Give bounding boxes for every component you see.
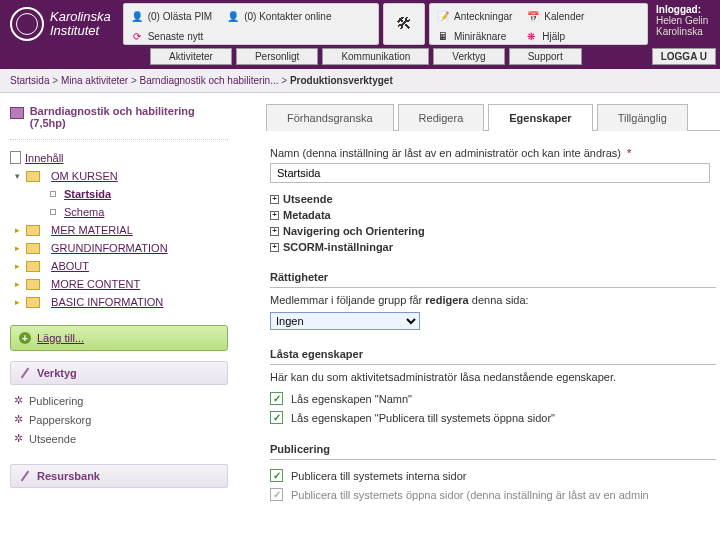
content-area: Förhandsgranska Redigera Egenskaper Till… bbox=[236, 93, 720, 520]
app-header: KarolinskaInstitutet 👤(0) Olästa PIM 👤(0… bbox=[0, 0, 720, 48]
bc-start[interactable]: Startsida bbox=[10, 75, 49, 86]
papperskorg-link[interactable]: ✲Papperskorg bbox=[14, 410, 228, 429]
tree-about[interactable]: ▸ ABOUT bbox=[12, 257, 228, 275]
collapse-icon[interactable]: ▾ bbox=[12, 171, 22, 181]
folder-icon bbox=[26, 261, 40, 272]
nav-support[interactable]: Support bbox=[509, 48, 582, 65]
nav-verktyg[interactable]: Verktyg bbox=[433, 48, 504, 65]
tab-availability[interactable]: Tillgänglig bbox=[597, 104, 688, 131]
plus-box-icon: + bbox=[270, 243, 279, 252]
contacts-link[interactable]: (0) Kontakter online bbox=[244, 11, 331, 22]
course-title: Barndiagnostik och habilitering (7,5hp) bbox=[10, 101, 228, 140]
tree-schema[interactable]: Schema bbox=[46, 203, 228, 221]
header-panel-tools: 📝Anteckningar 📅Kalender 🖩Miniräknare ❋Hj… bbox=[429, 3, 648, 45]
plus-box-icon: + bbox=[270, 227, 279, 236]
user-icon: 👤 bbox=[226, 9, 240, 23]
help-link[interactable]: Hjälp bbox=[542, 31, 565, 42]
checkbox-checked-icon: ✓ bbox=[270, 469, 283, 482]
publicering-link[interactable]: ✲Publicering bbox=[14, 391, 228, 410]
calendar-icon: 📅 bbox=[526, 9, 540, 23]
calc-link[interactable]: Miniräknare bbox=[454, 31, 506, 42]
tab-preview[interactable]: Förhandsgranska bbox=[266, 104, 394, 131]
rights-heading: Rättigheter bbox=[270, 269, 716, 288]
calendar-link[interactable]: Kalender bbox=[544, 11, 584, 22]
expander-utseende[interactable]: +Utseende bbox=[270, 191, 716, 207]
file-icon bbox=[50, 191, 56, 197]
plus-icon: + bbox=[19, 332, 31, 344]
name-label: Namn (denna inställning är låst av en ad… bbox=[270, 147, 716, 159]
plus-box-icon: + bbox=[270, 195, 279, 204]
book-icon bbox=[10, 107, 24, 119]
notes-link[interactable]: Anteckningar bbox=[454, 11, 512, 22]
nav-aktiviteter[interactable]: Aktiviteter bbox=[150, 48, 232, 65]
utseende-link[interactable]: ✲Utseende bbox=[14, 429, 228, 448]
locked-heading: Låsta egenskaper bbox=[270, 346, 716, 365]
tree-more[interactable]: ▸ MORE CONTENT bbox=[12, 275, 228, 293]
tree-innehall[interactable]: Innehåll bbox=[10, 148, 228, 167]
news-link[interactable]: ⟳Senaste nytt bbox=[130, 27, 372, 45]
add-label: Lägg till... bbox=[37, 332, 84, 344]
add-button[interactable]: + Lägg till... bbox=[10, 325, 228, 351]
publish-heading: Publicering bbox=[270, 441, 716, 460]
tools-button[interactable]: 🛠 bbox=[383, 3, 425, 45]
bc-current: Produktionsverktyget bbox=[290, 75, 393, 86]
bc-mina[interactable]: Mina aktiviteter bbox=[61, 75, 128, 86]
name-input[interactable] bbox=[270, 163, 710, 183]
expander-metadata[interactable]: +Metadata bbox=[270, 207, 716, 223]
expander-navigering[interactable]: +Navigering och Orientering bbox=[270, 223, 716, 239]
tree-grund[interactable]: ▸ GRUNDINFORMATION bbox=[12, 239, 228, 257]
folder-icon bbox=[26, 297, 40, 308]
user-icon: 👤 bbox=[130, 9, 144, 23]
bc-barn[interactable]: Barndiagnostik och habiliterin... bbox=[140, 75, 279, 86]
checkbox-checked-icon: ✓ bbox=[270, 392, 283, 405]
gear-icon: ✲ bbox=[14, 432, 23, 445]
note-icon: 📝 bbox=[436, 9, 450, 23]
sidebar: Barndiagnostik och habilitering (7,5hp) … bbox=[0, 93, 236, 520]
wand-icon bbox=[19, 470, 31, 482]
expander-scorm[interactable]: +SCORM-inställningar bbox=[270, 239, 716, 255]
logout-button[interactable]: LOGGA U bbox=[652, 48, 716, 65]
file-icon bbox=[50, 209, 56, 215]
tab-edit[interactable]: Redigera bbox=[398, 104, 485, 131]
logo-emblem-icon bbox=[10, 7, 44, 41]
publish-open-row: ✓Publicera till systemets öppna sidor (d… bbox=[270, 485, 716, 504]
tab-properties[interactable]: Egenskaper bbox=[488, 104, 592, 131]
pim-link[interactable]: 👤(0) Olästa PIM 👤(0) Kontakter online bbox=[130, 7, 372, 25]
expand-icon[interactable]: ▸ bbox=[12, 243, 22, 253]
tree-mer[interactable]: ▸ MER MATERIAL bbox=[12, 221, 228, 239]
main-nav: Aktiviteter Personligt Kommunikation Ver… bbox=[0, 48, 720, 69]
tree-startsida[interactable]: Startsida bbox=[46, 185, 228, 203]
tree-om-kursen[interactable]: ▾ OM KURSEN bbox=[10, 167, 228, 185]
folder-open-icon bbox=[26, 171, 40, 182]
gear-icon: ✲ bbox=[14, 413, 23, 426]
locked-desc: Här kan du som aktivitetsadministratör l… bbox=[270, 371, 716, 383]
gear-icon: ✲ bbox=[14, 394, 23, 407]
help-icon: ❋ bbox=[524, 29, 538, 43]
tree-basic[interactable]: ▸ BASIC INFORMATION bbox=[12, 293, 228, 311]
content-tabs: Förhandsgranska Redigera Egenskaper Till… bbox=[266, 103, 720, 131]
resursbank-header[interactable]: Resursbank bbox=[10, 464, 228, 488]
folder-icon bbox=[26, 225, 40, 236]
lock-publish-checkbox-row[interactable]: ✓Lås egenskapen "Publicera till systemet… bbox=[270, 408, 716, 427]
checkbox-checked-disabled-icon: ✓ bbox=[270, 488, 283, 501]
expand-icon[interactable]: ▸ bbox=[12, 279, 22, 289]
nav-personligt[interactable]: Personligt bbox=[236, 48, 318, 65]
breadcrumb: Startsida > Mina aktiviteter > Barndiagn… bbox=[0, 69, 720, 93]
rights-desc: Medlemmar i följande grupp får redigera … bbox=[270, 294, 716, 306]
expand-icon[interactable]: ▸ bbox=[12, 225, 22, 235]
checkbox-checked-icon: ✓ bbox=[270, 411, 283, 424]
expand-icon[interactable]: ▸ bbox=[12, 261, 22, 271]
tools-icon: 🛠 bbox=[397, 17, 411, 31]
verktyg-header[interactable]: Verktyg bbox=[10, 361, 228, 385]
properties-form: Namn (denna inställning är låst av en ad… bbox=[266, 131, 720, 520]
nav-kommunikation[interactable]: Kommunikation bbox=[322, 48, 429, 65]
content-tree: Innehåll ▾ OM KURSEN Startsida Schema ▸ … bbox=[10, 140, 228, 319]
publish-internal-row[interactable]: ✓Publicera till systemets interna sidor bbox=[270, 466, 716, 485]
header-panel-messages: 👤(0) Olästa PIM 👤(0) Kontakter online ⟳S… bbox=[123, 3, 379, 45]
rights-select[interactable]: Ingen bbox=[270, 312, 420, 330]
logo-text: KarolinskaInstitutet bbox=[50, 10, 111, 39]
expand-icon[interactable]: ▸ bbox=[12, 297, 22, 307]
lock-name-checkbox-row[interactable]: ✓Lås egenskapen "Namn" bbox=[270, 389, 716, 408]
wand-icon bbox=[19, 367, 31, 379]
page-icon bbox=[10, 151, 21, 164]
